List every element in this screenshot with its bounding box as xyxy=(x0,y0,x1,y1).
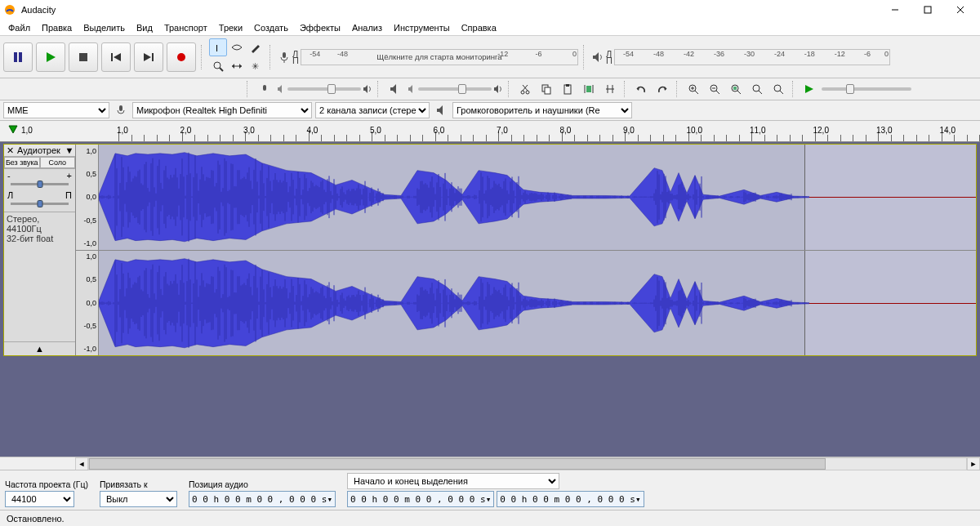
selection-mode-select[interactable]: Начало и конец выделения xyxy=(347,473,559,489)
track-name[interactable]: Аудиотрек xyxy=(16,145,64,156)
paste-button[interactable] xyxy=(559,80,577,98)
selection-end-field[interactable]: 0 0 h 0 0 m 0 0 , 0 0 0 s▾ xyxy=(497,491,644,507)
app-icon xyxy=(3,3,16,16)
undo-button[interactable] xyxy=(632,80,650,98)
tracks-area[interactable]: ✕ Аудиотрек ▼ Без звука Соло -+ ЛП Стере… xyxy=(0,142,980,457)
input-channels-select[interactable]: 2 канала записи (стерео xyxy=(315,102,430,118)
record-meter-scale[interactable]: -54 -48 -12 -6 0 Щёлкните для старта мон… xyxy=(301,49,578,65)
menu-analyze[interactable]: Анализ xyxy=(347,21,387,34)
playback-toggle[interactable] xyxy=(385,80,403,98)
svg-marker-27 xyxy=(390,84,396,94)
track-waveform-area[interactable]: 1,0 0,5 0,0 -0,5 -1,0 1,0 0,5 0,0 -0,5 -… xyxy=(76,145,976,355)
zoom-in-button[interactable] xyxy=(684,80,702,98)
selection-tool[interactable]: I xyxy=(209,38,227,56)
svg-rect-2 xyxy=(924,7,931,13)
menu-generate[interactable]: Создать xyxy=(249,21,293,34)
play-at-speed-button[interactable] xyxy=(800,80,818,98)
silence-button[interactable] xyxy=(601,80,619,98)
menu-edit[interactable]: Правка xyxy=(37,21,77,34)
zoom-fit-button[interactable] xyxy=(748,80,766,98)
playhead-icon[interactable] xyxy=(7,124,19,136)
menu-effects[interactable]: Эффекты xyxy=(295,21,345,34)
speaker-max-icon xyxy=(363,84,372,94)
playthrough-toggle[interactable] xyxy=(255,80,273,98)
track-collapse-button[interactable]: ▲ xyxy=(4,341,75,355)
playback-volume-slider[interactable] xyxy=(407,84,503,94)
audio-track: ✕ Аудиотрек ▼ Без звука Соло -+ ЛП Стере… xyxy=(3,144,977,356)
zoom-selection-button[interactable] xyxy=(727,80,745,98)
project-rate-select[interactable]: 44100 xyxy=(5,491,74,507)
track-control-panel: ✕ Аудиотрек ▼ Без звука Соло -+ ЛП Стере… xyxy=(4,145,76,355)
scroll-trough[interactable] xyxy=(88,457,967,470)
svg-line-51 xyxy=(716,91,719,94)
draw-tool[interactable] xyxy=(247,38,265,56)
svg-marker-29 xyxy=(494,85,498,93)
audio-host-select[interactable]: MME xyxy=(3,102,109,118)
audio-position-field[interactable]: 0 0 h 0 0 m 0 0 , 0 0 0 s▾ xyxy=(189,491,336,507)
zoom-out-button[interactable] xyxy=(706,80,724,98)
record-volume-slider[interactable] xyxy=(276,84,372,94)
menu-tracks[interactable]: Треки xyxy=(214,21,247,34)
device-toolbar: MME Микрофон (Realtek High Definiti 2 ка… xyxy=(0,100,980,121)
pan-slider[interactable] xyxy=(11,203,69,205)
selection-start-field[interactable]: 0 0 h 0 0 m 0 0 , 0 0 0 s▾ xyxy=(347,491,494,507)
mute-button[interactable]: Без звука xyxy=(4,157,40,168)
play-button[interactable] xyxy=(36,42,65,72)
record-button[interactable] xyxy=(167,42,196,72)
input-device-select[interactable]: Микрофон (Realtek High Definiti xyxy=(132,102,312,118)
menu-file[interactable]: Файл xyxy=(3,21,35,34)
gain-slider[interactable] xyxy=(11,183,69,185)
horizontal-scrollbar[interactable]: ◄ ► xyxy=(0,457,980,470)
record-meter[interactable]: ЛП -54 -48 -12 -6 0 Щёлкните для старта … xyxy=(278,49,578,65)
menu-tools[interactable]: Инструменты xyxy=(389,21,455,34)
track-menu-button[interactable]: ▼ xyxy=(64,145,75,155)
channel-right[interactable]: 1,0 0,5 0,0 -0,5 -1,0 xyxy=(76,251,976,356)
menu-select[interactable]: Выделить xyxy=(78,21,130,34)
svg-line-47 xyxy=(695,91,698,94)
track-format-info: Стерео, 44100Гц 32-бит float xyxy=(4,212,75,245)
menu-help[interactable]: Справка xyxy=(457,21,501,34)
snap-select[interactable]: Выкл xyxy=(100,491,177,507)
svg-rect-37 xyxy=(566,84,569,87)
scroll-thumb[interactable] xyxy=(89,458,826,470)
copy-button[interactable] xyxy=(537,80,555,98)
envelope-tool[interactable] xyxy=(228,38,246,56)
menu-transport[interactable]: Транспорт xyxy=(159,21,212,34)
timeline-ruler[interactable]: 1,0 1,02,03,04,05,06,07,08,09,010,011,01… xyxy=(0,121,980,142)
multi-tool[interactable]: ✳ xyxy=(247,57,265,75)
cut-button[interactable] xyxy=(516,80,534,98)
zoom-tool[interactable] xyxy=(209,57,227,75)
skip-start-button[interactable] xyxy=(101,42,131,72)
output-device-select[interactable]: Громкоговоритель и наушники (Re xyxy=(452,102,632,118)
play-speed-slider[interactable] xyxy=(822,87,911,91)
playback-meter-scale[interactable]: -54 -48 -42 -36 -30 -24 -18 -12 -6 0 xyxy=(614,49,890,65)
svg-line-57 xyxy=(759,91,762,94)
svg-marker-28 xyxy=(408,85,412,93)
menu-view[interactable]: Вид xyxy=(131,21,158,34)
redo-button[interactable] xyxy=(653,80,671,98)
timeshift-tool[interactable] xyxy=(228,57,246,75)
minimize-button[interactable] xyxy=(879,0,911,20)
track-close-button[interactable]: ✕ xyxy=(4,145,16,156)
trim-button[interactable] xyxy=(580,80,598,98)
stop-button[interactable] xyxy=(69,42,98,72)
close-button[interactable] xyxy=(944,0,977,20)
svg-marker-60 xyxy=(805,85,813,93)
scroll-right-button[interactable]: ► xyxy=(967,457,980,470)
meter-lr: ЛП xyxy=(292,51,299,64)
status-bar: Остановлено. xyxy=(0,510,980,526)
channel-left[interactable]: 1,0 0,5 0,0 -0,5 -1,0 xyxy=(76,145,976,251)
pause-button[interactable] xyxy=(3,42,33,72)
playback-meter[interactable]: ЛП -54 -48 -42 -36 -30 -24 -18 -12 -6 0 xyxy=(591,49,890,65)
scroll-left-button[interactable]: ◄ xyxy=(75,457,88,470)
separator xyxy=(508,81,511,97)
separator xyxy=(247,81,250,97)
svg-line-16 xyxy=(220,68,223,71)
zoom-toggle-button[interactable] xyxy=(769,80,787,98)
solo-button[interactable]: Соло xyxy=(40,157,76,168)
svg-marker-25 xyxy=(278,85,282,93)
meter-lr: ЛП xyxy=(606,51,612,64)
maximize-button[interactable] xyxy=(911,0,944,20)
speaker-icon xyxy=(433,102,449,118)
skip-end-button[interactable] xyxy=(134,42,163,72)
